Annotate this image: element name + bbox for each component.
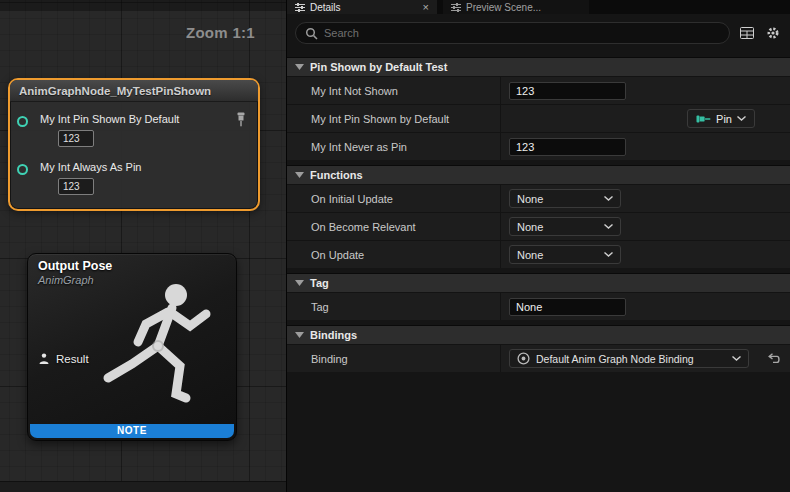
int-pin-always-as-pin[interactable] (17, 164, 28, 175)
result-pin-label: Result (56, 353, 89, 365)
node-subtitle: AnimGraph (38, 274, 236, 286)
section-header[interactable]: Functions (287, 165, 790, 184)
property-row: On Initial Update None (287, 184, 790, 212)
pin-dropdown-button[interactable]: Pin (687, 109, 755, 128)
property-label: On Initial Update (287, 185, 501, 212)
pin-default-value-input[interactable] (58, 178, 94, 195)
chevron-down-icon (604, 252, 613, 257)
function-dropdown[interactable]: None (509, 189, 621, 208)
node-title: AnimGraphNode_MyTestPinShown (19, 85, 211, 97)
search-input[interactable] (324, 27, 720, 39)
int-pin-shown-by-default[interactable] (17, 116, 28, 127)
section-title: Functions (310, 169, 363, 181)
mannequin-preview-image (82, 276, 234, 434)
pin-icon (696, 114, 711, 124)
property-row: My Int Never as Pin (287, 132, 790, 160)
chevron-down-icon (737, 116, 746, 121)
section-header[interactable]: Tag (287, 273, 790, 292)
dropdown-value: None (517, 193, 543, 205)
pin-label: My Int Always As Pin (40, 161, 141, 173)
preview-scene-tab-icon (451, 3, 461, 12)
property-row: My Int Pin Shown by Default Pin (287, 104, 790, 132)
section-tag: Tag Tag (287, 273, 790, 320)
close-icon[interactable]: × (423, 2, 429, 13)
dropdown-value: None (517, 221, 543, 233)
dropdown-value: Default Anim Graph Node Binding (536, 353, 694, 365)
result-pose-pin[interactable]: Result (38, 353, 89, 365)
chevron-down-icon (295, 280, 304, 286)
chevron-down-icon (604, 224, 613, 229)
chevron-down-icon (295, 64, 304, 70)
section-title: Bindings (310, 329, 357, 341)
node-note-bar: NOTE (30, 424, 234, 438)
int-value-input[interactable] (509, 82, 626, 100)
section-header[interactable]: Pin Shown by Default Test (287, 57, 790, 76)
property-label: On Become Relevant (287, 213, 501, 240)
tab-label: Details (310, 2, 341, 13)
zoom-level-label: Zoom 1:1 (186, 24, 255, 41)
tag-input[interactable] (509, 298, 626, 316)
unreal-anim-blueprint-editor: Zoom 1:1 AnimGraphNode_MyTestPinShown My… (0, 0, 790, 492)
search-icon (305, 27, 318, 40)
settings-button[interactable] (764, 24, 782, 42)
search-box[interactable] (295, 22, 730, 44)
section-header[interactable]: Bindings (287, 325, 790, 344)
function-dropdown[interactable]: None (509, 217, 621, 236)
details-tab-icon (295, 3, 305, 12)
binding-dropdown[interactable]: Default Anim Graph Node Binding (509, 349, 749, 368)
section-functions: Functions On Initial Update None On Beco… (287, 165, 790, 268)
pin-default-value-input[interactable] (58, 130, 94, 147)
graph-top-strip (0, 0, 286, 11)
property-row: Tag (287, 292, 790, 320)
property-label: Binding (287, 345, 501, 372)
pin-label: My Int Pin Shown By Default (40, 113, 179, 125)
tab-details[interactable]: Details × (287, 0, 437, 14)
property-label: Tag (287, 293, 501, 320)
reset-to-default-button[interactable] (768, 353, 782, 364)
details-toolbar (287, 14, 790, 52)
property-row: On Become Relevant None (287, 212, 790, 240)
section-title: Pin Shown by Default Test (310, 61, 447, 73)
chevron-down-icon (295, 172, 304, 178)
property-row: My Int Not Shown (287, 76, 790, 104)
property-row: On Update None (287, 240, 790, 268)
property-label: My Int Never as Pin (287, 133, 501, 160)
output-pose-node[interactable]: Output Pose AnimGraph (27, 253, 237, 441)
tab-preview-scene[interactable]: Preview Scene... (443, 0, 589, 14)
section-title: Tag (310, 277, 329, 289)
property-label: My Int Not Shown (287, 77, 501, 104)
table-grid-icon (740, 27, 754, 39)
chevron-down-icon (732, 356, 741, 361)
int-value-input[interactable] (509, 138, 626, 156)
property-label: My Int Pin Shown by Default (287, 105, 501, 132)
view-options-button[interactable] (738, 24, 756, 42)
property-row: Binding Default Anim Graph Node Binding (287, 344, 790, 372)
panel-tab-bar: Details × Preview Scene... (287, 0, 790, 14)
node-header[interactable]: AnimGraphNode_MyTestPinShown (10, 80, 258, 102)
anim-graph-node-mytestpinshown[interactable]: AnimGraphNode_MyTestPinShown My Int Pin … (8, 78, 260, 211)
section-pin-shown-by-default-test: Pin Shown by Default Test My Int Not Sho… (287, 57, 790, 160)
pin-icon[interactable] (236, 112, 246, 127)
section-bindings: Bindings Binding Default Anim Graph Node… (287, 325, 790, 372)
undo-arrow-icon (768, 353, 782, 364)
gear-icon (766, 26, 780, 40)
binding-icon (517, 352, 530, 365)
function-dropdown[interactable]: None (509, 245, 621, 264)
property-label: On Update (287, 241, 501, 268)
tab-label: Preview Scene... (466, 2, 541, 13)
details-panel: Details × Preview Scene... (287, 0, 790, 492)
person-figure-icon (38, 353, 50, 365)
chevron-down-icon (295, 332, 304, 338)
node-title: Output Pose (38, 259, 236, 273)
chevron-down-icon (604, 196, 613, 201)
graph-bottom-strip (0, 481, 286, 492)
pin-button-label: Pin (716, 113, 732, 125)
dropdown-value: None (517, 249, 543, 261)
anim-graph-canvas[interactable]: Zoom 1:1 AnimGraphNode_MyTestPinShown My… (0, 0, 287, 492)
